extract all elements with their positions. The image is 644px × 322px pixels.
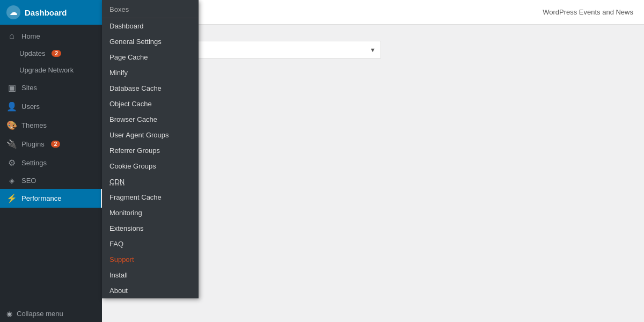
sidebar-item-updates[interactable]: Updates 2 [0, 45, 102, 62]
sidebar-item-upgrade-network[interactable]: Upgrade Network [0, 62, 102, 78]
sidebar-item-label: Plugins [21, 140, 45, 148]
collapse-label: Collapse menu [17, 310, 63, 318]
performance-icon: ⚡ [6, 193, 17, 203]
sites-icon: ▣ [6, 83, 17, 93]
plugins-icon: 🔌 [6, 139, 17, 149]
collapse-icon: ◉ [6, 310, 12, 318]
plugins-badge: 2 [51, 141, 61, 148]
performance-dropdown: Boxes Dashboard General Settings Page Ca… [102, 0, 199, 298]
dropdown-item-general-settings[interactable]: General Settings [102, 34, 199, 49]
dropdown-item-page-cache[interactable]: Page Cache [102, 49, 199, 65]
themes-icon: 🎨 [6, 120, 17, 130]
home-icon: ⌂ [6, 31, 17, 41]
dropdown-header: Boxes [102, 0, 199, 18]
sidebar-item-label: Upgrade Network [19, 66, 74, 74]
users-icon: 👤 [6, 101, 17, 112]
dropdown-item-object-cache[interactable]: Object Cache [102, 96, 199, 112]
dropdown-item-support[interactable]: Support [102, 252, 199, 267]
dropdown-item-about[interactable]: About [102, 283, 199, 298]
sidebar-header-label: Dashboard [25, 8, 67, 17]
dashboard-icon: ☁ [6, 5, 20, 19]
sidebar-item-performance[interactable]: ⚡ Performance [0, 189, 102, 208]
sidebar-item-home[interactable]: ⌂ Home [0, 27, 102, 45]
sidebar-item-label: Home [21, 32, 40, 40]
sidebar-item-label: Settings [21, 159, 47, 167]
dropdown-item-referrer-groups[interactable]: Referrer Groups [102, 143, 199, 158]
dropdown-item-user-agent-groups[interactable]: User Agent Groups [102, 127, 199, 143]
dropdown-item-database-cache[interactable]: Database Cache [102, 80, 199, 96]
sidebar-item-label: Updates [19, 49, 45, 57]
dropdown-item-dashboard[interactable]: Dashboard [102, 18, 199, 34]
dropdown-item-monitoring[interactable]: Monitoring [102, 205, 199, 221]
dropdown-item-minify[interactable]: Minify [102, 65, 199, 80]
dropdown-item-cookie-groups[interactable]: Cookie Groups [102, 158, 199, 174]
dropdown-item-install[interactable]: Install [102, 267, 199, 283]
sidebar-item-settings[interactable]: ⚙ Settings [0, 153, 102, 172]
dropdown-item-browser-cache[interactable]: Browser Cache [102, 112, 199, 127]
dropdown-item-faq[interactable]: FAQ [102, 236, 199, 252]
sidebar-item-label: Sites [21, 84, 37, 92]
sidebar-item-label: SEO [21, 177, 36, 185]
topbar-events-label: WordPress Events and News [543, 8, 633, 16]
sidebar-header[interactable]: ☁ Dashboard [0, 0, 102, 25]
collapse-menu[interactable]: ◉ Collapse menu [0, 305, 102, 322]
sidebar-item-label: Themes [21, 121, 47, 129]
sidebar-item-sites[interactable]: ▣ Sites [0, 78, 102, 97]
sidebar-item-label: Performance [21, 194, 61, 202]
sidebar-item-label: Users [21, 103, 40, 111]
sidebar: ☁ Dashboard ⌂ Home Updates 2 Upgrade Net… [0, 0, 102, 322]
sidebar-item-users[interactable]: 👤 Users [0, 97, 102, 116]
updates-badge: 2 [52, 50, 61, 57]
sidebar-item-themes[interactable]: 🎨 Themes [0, 116, 102, 135]
sidebar-nav: ⌂ Home Updates 2 Upgrade Network ▣ Sites… [0, 25, 102, 305]
sidebar-item-seo[interactable]: ◈ SEO [0, 172, 102, 189]
dropdown-item-cdn[interactable]: CDN [102, 174, 199, 189]
settings-icon: ⚙ [6, 158, 17, 168]
dropdown-item-fragment-cache[interactable]: Fragment Cache [102, 189, 199, 205]
seo-icon: ◈ [6, 177, 17, 185]
dropdown-item-extensions[interactable]: Extensions [102, 221, 199, 236]
sidebar-item-plugins[interactable]: 🔌 Plugins 2 [0, 135, 102, 153]
